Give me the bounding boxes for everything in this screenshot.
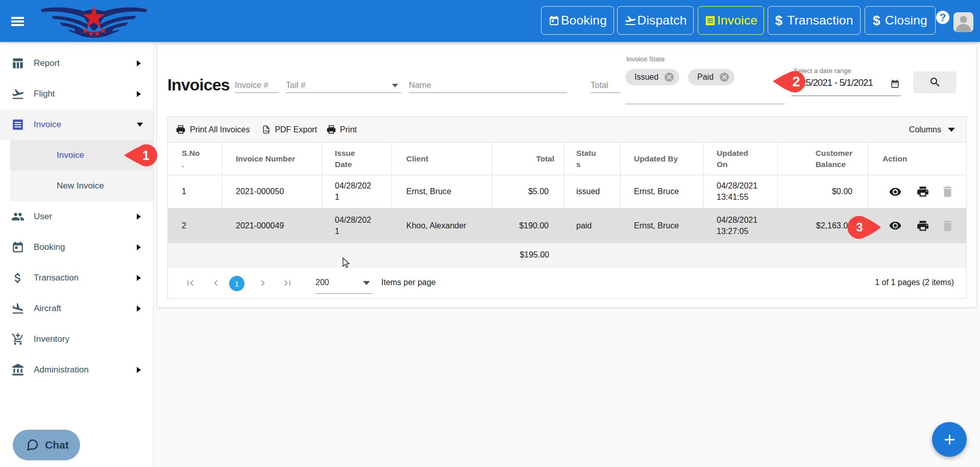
svg-text:1: 1 xyxy=(142,148,150,162)
svg-text:2: 2 xyxy=(792,74,800,89)
svg-text:3: 3 xyxy=(856,220,863,234)
